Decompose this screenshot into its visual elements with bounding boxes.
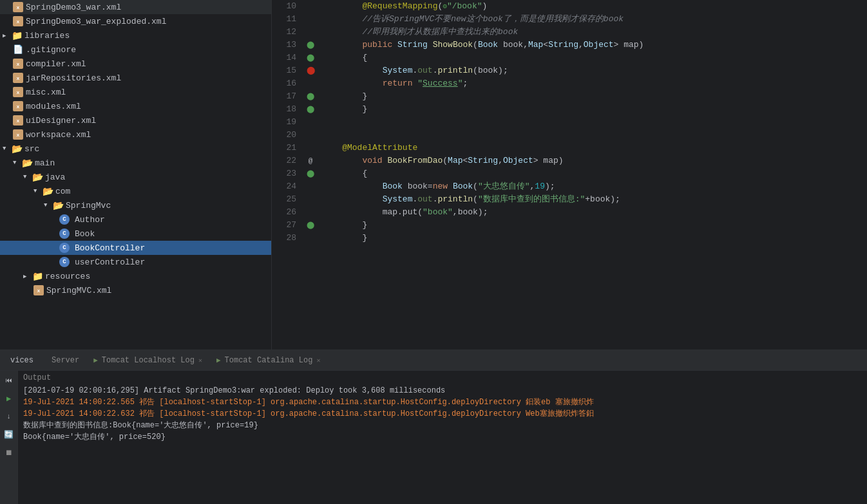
tree-item-misc[interactable]: x misc.xml <box>0 85 271 99</box>
line-code: void BookFromDao(Map<String,Object> map) <box>317 154 867 167</box>
file-label: uiDesigner.xml <box>26 116 96 126</box>
line-gutter: ⬤ <box>304 103 317 116</box>
tree-item-gitignore[interactable]: 📄 .gitignore <box>0 42 271 57</box>
tree-item-libraries[interactable]: 📁 libraries <box>0 28 271 42</box>
line-number: 17 <box>272 90 304 103</box>
line-code: } <box>317 219 867 232</box>
line-code: @ModelAttribute <box>317 142 867 154</box>
tomcat-catalina-tab-icon: ▶ <box>216 356 221 364</box>
line-gutter <box>304 206 317 219</box>
class-icon: C <box>59 229 70 239</box>
file-label: SpringDemo3_war_exploded.xml <box>26 17 166 26</box>
line-code: } <box>317 90 867 103</box>
class-icon: C <box>59 243 70 253</box>
chevron-down-icon <box>13 160 21 166</box>
chevron-down-icon <box>44 202 52 209</box>
line-number: 26 <box>272 206 304 219</box>
tree-item-SpringDemo3_war_exploded[interactable]: x SpringDemo3_war_exploded.xml <box>0 14 271 28</box>
xml-icon: x <box>13 129 23 140</box>
stop-button[interactable]: ⏹ <box>2 445 16 460</box>
class-label: Author <box>75 215 105 225</box>
code-editor[interactable]: 10 @RequestMapping(⚙️"/book") 11 //告诉Spr… <box>272 0 867 350</box>
xml-icon: x <box>13 87 23 97</box>
xml-icon: x <box>13 101 23 111</box>
line-code: return "Success"; <box>317 77 867 90</box>
line-code: map.put("book",book); <box>317 206 867 219</box>
line-code: { <box>317 51 867 64</box>
folder-icon: 📂 <box>43 186 53 196</box>
folder-icon: 📂 <box>12 144 22 154</box>
tree-item-uiDesigner[interactable]: x uiDesigner.xml <box>0 113 271 127</box>
folder-icon: 📁 <box>32 271 43 281</box>
line-gutter: ⬤ <box>304 39 317 51</box>
code-line-28: 28 } <box>272 232 867 245</box>
close-button[interactable]: ✕ <box>198 357 202 364</box>
output-label: Output <box>23 373 862 382</box>
line-number: 11 <box>272 13 304 26</box>
tree-item-src[interactable]: 📂 src <box>0 142 271 156</box>
reload-button[interactable]: 🔄 <box>2 427 16 442</box>
file-icon: 📄 <box>13 44 23 55</box>
xml-icon: x <box>13 2 23 12</box>
tree-item-userController[interactable]: C userController <box>0 255 271 269</box>
folder-label: com <box>55 187 70 196</box>
tree-item-com[interactable]: 📂 com <box>0 184 271 198</box>
xml-icon: x <box>13 16 23 26</box>
folder-label: libraries <box>24 31 70 41</box>
file-label: SpringMVC.xml <box>46 286 111 295</box>
class-label: userController <box>75 257 145 267</box>
line-gutter <box>304 142 317 154</box>
tree-item-SpringDemo3_war[interactable]: x SpringDemo3_war.xml <box>0 0 271 14</box>
run-button[interactable]: ▶ <box>2 391 16 406</box>
line-number: 24 <box>272 180 304 193</box>
line-code: } <box>317 103 867 116</box>
code-line-18: 18 ⬤ } <box>272 103 867 116</box>
folder-icon: 📂 <box>22 158 32 168</box>
close-button[interactable]: ✕ <box>316 357 320 364</box>
to-start-button[interactable]: ⏮ <box>2 373 16 387</box>
line-gutter <box>304 26 317 39</box>
tree-item-main[interactable]: 📂 main <box>0 156 271 170</box>
line-gutter <box>304 180 317 193</box>
log-line-1: [2021-07-19 02:00:16,295] Artifact Sprin… <box>23 385 862 397</box>
tree-item-modules[interactable]: x modules.xml <box>0 99 271 113</box>
folder-label: resources <box>45 272 90 281</box>
line-gutter <box>304 13 317 26</box>
chevron-down-icon <box>33 188 41 194</box>
tree-item-Author[interactable]: C Author <box>0 212 271 227</box>
tree-item-resources[interactable]: 📁 resources <box>0 269 271 283</box>
line-gutter: ⬤ <box>304 51 317 64</box>
line-gutter <box>304 116 317 129</box>
tab-server-label: Server <box>52 356 79 365</box>
folder-label: SpringMvc <box>66 201 111 210</box>
log-line-4: 数据库中查到的图书信息:Book{name='大忠悠自传', price=19} <box>23 420 862 431</box>
code-line-11: 11 //告诉SpringMVC不要new这个book了，而是使用我刚才保存的b… <box>272 13 867 26</box>
line-gutter: ⬤ <box>304 219 317 232</box>
tree-item-SpringMvc[interactable]: 📂 SpringMvc <box>0 198 271 212</box>
log-line-2: 19-Jul-2021 14:00:22.565 祁告 [localhost-s… <box>23 397 862 408</box>
code-line-26: 26 map.put("book",book); <box>272 206 867 219</box>
tab-tomcat-localhost[interactable]: ▶ Tomcat Localhost Log ✕ <box>87 351 209 369</box>
gutter-icon: ⬤ <box>307 170 314 178</box>
gutter-icon: ⬤ <box>307 93 314 100</box>
chevron-down-icon <box>23 174 31 180</box>
line-gutter <box>304 129 317 142</box>
line-code: public String ShowBook(Book book,Map<Str… <box>317 39 867 51</box>
class-icon: C <box>59 214 70 225</box>
tree-item-java[interactable]: 📂 java <box>0 170 271 184</box>
step-button[interactable]: ↓ <box>2 409 16 424</box>
tree-item-workspace[interactable]: x workspace.xml <box>0 127 271 142</box>
tab-server[interactable]: Server <box>45 351 86 369</box>
log-line-3: 19-Jul-2021 14:00:22.632 祁告 [localhost-s… <box>23 408 862 420</box>
tab-bar: vices Server ▶ Tomcat Localhost Log ✕ ▶ … <box>0 350 867 371</box>
tab-tomcat-catalina[interactable]: ▶ Tomcat Catalina Log ✕ <box>210 351 327 369</box>
tree-item-SpringMVC[interactable]: x SpringMVC.xml <box>0 283 271 297</box>
line-code <box>317 129 867 142</box>
tree-item-compiler[interactable]: x compiler.xml <box>0 57 271 71</box>
tree-item-Book[interactable]: C Book <box>0 227 271 241</box>
tree-item-BookController[interactable]: C BookController <box>0 241 271 255</box>
gutter-icon: ⬤ <box>307 41 314 49</box>
file-label: workspace.xml <box>26 130 91 140</box>
tree-item-jarRepositories[interactable]: x jarRepositories.xml <box>0 71 271 85</box>
gutter-icon: ⬤ <box>307 106 314 113</box>
